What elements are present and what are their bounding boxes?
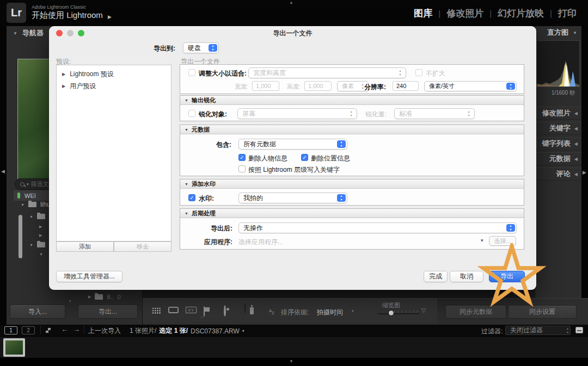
resolution-unit-dropdown[interactable]: 像素/英寸 bbox=[424, 81, 517, 91]
sharpen-target-label: 锐化对象: bbox=[199, 110, 227, 119]
watermark-checkbox[interactable] bbox=[188, 194, 195, 201]
survey-view-icon[interactable] bbox=[204, 306, 205, 317]
resize-fit-dropdown[interactable]: 宽度和高度 bbox=[248, 67, 406, 78]
module-print[interactable]: 打印 bbox=[552, 7, 583, 20]
remove-location-checkbox[interactable] bbox=[301, 154, 308, 161]
plugin-manager-button[interactable]: 增效工具管理器... bbox=[56, 271, 122, 282]
chevron-right-icon bbox=[39, 233, 42, 238]
after-export-dropdown[interactable]: 无操作 bbox=[238, 222, 517, 233]
module-slideshow[interactable]: 幻灯片放映 bbox=[492, 7, 550, 20]
section-header[interactable]: 输出锐化 bbox=[180, 96, 524, 105]
next-photo-icon[interactable] bbox=[73, 325, 80, 333]
filter-dropdown[interactable]: 关闭过滤器 bbox=[505, 326, 571, 335]
folder-row[interactable] bbox=[29, 212, 45, 221]
stepper-icon bbox=[209, 44, 217, 52]
go-to-grid-icon[interactable] bbox=[46, 328, 51, 333]
chevron-right-icon bbox=[88, 295, 91, 299]
watermark-dropdown[interactable]: 我拍的 bbox=[238, 193, 347, 203]
identity-plate[interactable]: 开始使用 Lightroom bbox=[32, 10, 112, 21]
section-title: 后期处理 bbox=[192, 209, 216, 218]
section-header[interactable]: 添加水印 bbox=[180, 179, 524, 189]
export-button-panel[interactable]: 导出... bbox=[78, 305, 138, 319]
width-input[interactable]: 1,000 bbox=[252, 81, 279, 91]
previous-photo-icon[interactable] bbox=[61, 325, 68, 333]
folder-row[interactable] bbox=[39, 222, 42, 231]
panel-keywording[interactable]: 关键字 bbox=[535, 122, 581, 135]
collapse-top-panel-icon[interactable] bbox=[289, 0, 293, 5]
keywords-hierarchy-checkbox[interactable] bbox=[238, 165, 246, 172]
folder-row[interactable] bbox=[39, 231, 42, 240]
panel-scrollbar[interactable] bbox=[19, 215, 22, 258]
folder-row[interactable] bbox=[29, 240, 45, 249]
folder-row-sub[interactable]: 8.. 0 bbox=[88, 293, 143, 301]
module-develop[interactable]: 修改照片 bbox=[440, 7, 489, 20]
toolbar-collapse-icon[interactable] bbox=[421, 307, 426, 314]
compare-view-icon[interactable] bbox=[186, 307, 197, 313]
panel-comments[interactable]: 评论 bbox=[535, 168, 581, 181]
metadata-include-dropdown[interactable]: 所有元数据 bbox=[238, 139, 347, 150]
preset-item-user[interactable]: 用户预设 bbox=[62, 82, 96, 91]
import-button[interactable]: 导入... bbox=[10, 305, 65, 319]
section-title: 输出锐化 bbox=[192, 96, 216, 104]
chevron-down-icon bbox=[29, 243, 33, 247]
resize-checkbox[interactable] bbox=[188, 69, 195, 76]
sort-value[interactable]: 拍摄时间 bbox=[317, 308, 343, 317]
panel-metadata[interactable]: 元数据 bbox=[535, 152, 581, 165]
folder-row[interactable] bbox=[39, 250, 43, 258]
remove-person-checkbox[interactable] bbox=[238, 154, 246, 161]
left-edge-strip bbox=[0, 26, 7, 325]
collapse-left-panel-icon[interactable] bbox=[1, 169, 5, 174]
chevron-down-icon bbox=[242, 328, 244, 333]
after-export-value: 无操作 bbox=[243, 224, 263, 233]
collapse-filmstrip-icon[interactable] bbox=[289, 359, 293, 364]
expand-right-panel-icon[interactable] bbox=[583, 170, 586, 175]
no-enlarge-checkbox[interactable] bbox=[415, 69, 422, 76]
app-brand-text: Adobe Lightroom Classic bbox=[32, 4, 86, 10]
section-header[interactable]: 元数据 bbox=[180, 125, 524, 134]
grid-view-icon[interactable] bbox=[151, 307, 161, 314]
panel-label: 键字列表 bbox=[542, 139, 571, 148]
thumbnail-size-slider-thumb[interactable] bbox=[388, 310, 394, 316]
height-input[interactable]: 1,000 bbox=[304, 81, 332, 91]
export-button[interactable]: 导出 bbox=[489, 271, 525, 282]
filmstrip-source-breadcrumb[interactable]: 上一次导入 1 张照片/ 选定 1 张/ DSC07387.ARW bbox=[88, 326, 244, 336]
library-toolbar: 排序依据: 拍摄时间 缩览图 bbox=[143, 298, 437, 325]
sync-metadata-button[interactable]: 同步元数据 bbox=[445, 305, 506, 319]
chevron-down-icon bbox=[185, 98, 188, 102]
panel-develop[interactable]: 修改照片 bbox=[535, 107, 581, 120]
loupe-view-icon[interactable] bbox=[168, 307, 179, 313]
panel-keyword-list[interactable]: 键字列表 bbox=[535, 137, 581, 150]
sharpen-target-dropdown[interactable]: 屏幕 bbox=[237, 108, 357, 119]
filmstrip bbox=[0, 336, 588, 358]
bottom-right-panel: 同步元数据 同步设置 bbox=[437, 298, 588, 325]
cancel-button[interactable]: 取消 bbox=[450, 271, 483, 282]
preset-item-lightroom[interactable]: Lightroom 预设 bbox=[62, 70, 114, 79]
second-window-button[interactable]: 2 bbox=[22, 326, 35, 334]
export-to-dropdown[interactable]: 硬盘 bbox=[183, 42, 219, 53]
sharpen-amount-dropdown[interactable]: 标准 bbox=[394, 108, 475, 119]
choose-application-button[interactable]: 选择... bbox=[489, 236, 516, 246]
histogram-header[interactable]: 直方图 bbox=[535, 26, 581, 39]
chevron-down-icon bbox=[481, 238, 483, 243]
sharpen-checkbox[interactable] bbox=[188, 110, 195, 117]
section-title: 元数据 bbox=[192, 126, 210, 134]
painter-spray-icon[interactable] bbox=[244, 303, 246, 313]
resolution-input[interactable]: 240 bbox=[393, 81, 419, 91]
add-preset-button[interactable]: 添加 bbox=[56, 241, 114, 252]
thumbnail-size-slider[interactable] bbox=[378, 313, 419, 314]
filmstrip-thumbnail-selected[interactable] bbox=[3, 338, 25, 357]
filter-lamp-icon[interactable] bbox=[575, 327, 583, 333]
stepper-icon bbox=[506, 224, 515, 232]
resize-fit-value: 宽度和高度 bbox=[253, 69, 286, 78]
chevron-down-icon bbox=[573, 30, 577, 35]
people-view-icon[interactable] bbox=[224, 305, 226, 317]
module-library[interactable]: 图库 bbox=[408, 7, 438, 20]
section-title: 添加水印 bbox=[192, 180, 216, 188]
sync-settings-button[interactable]: 同步设置 bbox=[508, 305, 577, 319]
done-button[interactable]: 完成 bbox=[424, 271, 448, 282]
chevron-down-icon bbox=[27, 182, 29, 187]
watermark-value: 我拍的 bbox=[243, 194, 263, 203]
main-window-button[interactable]: 1 bbox=[4, 326, 17, 334]
section-header[interactable]: 后期处理 bbox=[180, 209, 524, 218]
remove-preset-button[interactable]: 移去 bbox=[114, 241, 171, 252]
